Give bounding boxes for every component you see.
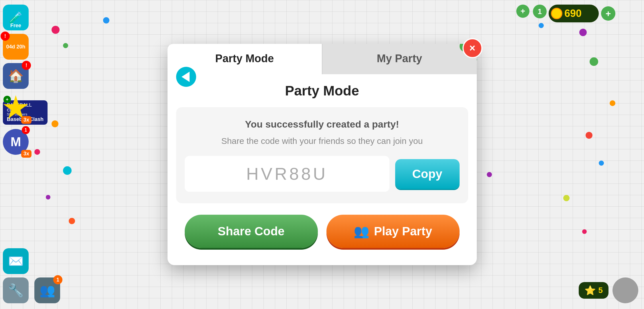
tab-my-party[interactable]: My Party 1	[322, 44, 477, 74]
back-arrow-icon	[182, 72, 190, 82]
close-icon: ×	[469, 42, 475, 54]
party-mode-modal: Party Mode My Party 1 × Party Mode You s…	[168, 44, 477, 265]
modal-title: Party Mode	[168, 74, 477, 104]
success-heading: You successfully created a party!	[185, 119, 460, 130]
party-code-display: HVR88U	[185, 156, 389, 192]
play-party-label: Play Party	[374, 224, 432, 238]
tab-party-mode-label: Party Mode	[215, 52, 274, 64]
play-party-icon: 👥	[354, 224, 369, 239]
tab-my-party-label: My Party	[377, 52, 422, 64]
code-copy-row: HVR88U Copy	[185, 156, 460, 192]
content-box: You successfully created a party! Share …	[176, 107, 468, 203]
bottom-buttons: Share Code 👥 Play Party	[185, 215, 460, 248]
back-button[interactable]	[176, 67, 196, 87]
play-party-button[interactable]: 👥 Play Party	[326, 215, 460, 248]
tab-bar: Party Mode My Party 1	[168, 44, 477, 74]
copy-button[interactable]: Copy	[395, 159, 460, 189]
success-subtext: Share the code with your friends so they…	[185, 134, 460, 147]
close-button[interactable]: ×	[462, 38, 482, 58]
modal-overlay: Party Mode My Party 1 × Party Mode You s…	[0, 0, 644, 309]
share-code-button[interactable]: Share Code	[185, 215, 318, 248]
